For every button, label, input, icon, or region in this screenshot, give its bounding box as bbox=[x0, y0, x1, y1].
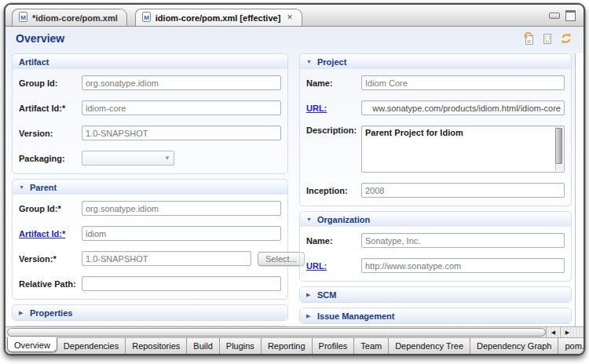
version-label: Version: bbox=[19, 129, 82, 138]
tab-team[interactable]: Team bbox=[354, 338, 389, 354]
collapse-down-icon: ▼ bbox=[19, 184, 26, 190]
maven-pom-icon: M bbox=[141, 12, 152, 24]
section-title: Properties bbox=[30, 308, 72, 318]
editor-tab-label: idiom-core/pom.xml [effective] bbox=[155, 13, 281, 23]
organization-url-link[interactable]: URL: bbox=[306, 261, 361, 271]
project-url-field[interactable]: ww.sonatype.com/products/idiom.html/idio… bbox=[361, 100, 565, 115]
collapse-down-icon: ▼ bbox=[306, 217, 313, 222]
parent-group-id-field[interactable]: org.sonatype.idiom bbox=[82, 201, 281, 216]
collapse-down-icon: ▼ bbox=[306, 59, 313, 64]
collapse-right-icon: ▶ bbox=[306, 292, 313, 297]
group-id-field[interactable]: org.sonatype.idiom bbox=[82, 75, 281, 90]
svg-text:( ): ( ) bbox=[544, 34, 551, 41]
project-inception-field[interactable]: 2008 bbox=[361, 183, 565, 198]
refresh-icon[interactable] bbox=[560, 32, 573, 45]
form-header: Overview ( ) bbox=[5, 27, 584, 50]
horizontal-scrollbar[interactable]: ◀ ▶ bbox=[5, 326, 584, 337]
scrollbar-thumb[interactable] bbox=[7, 328, 546, 337]
project-description-label: Description: bbox=[306, 126, 361, 135]
relative-path-label: Relative Path: bbox=[19, 279, 82, 289]
parent-version-field[interactable]: 1.0-SNAPSHOT bbox=[82, 251, 251, 266]
organization-section-header[interactable]: ▼ Organization bbox=[300, 212, 571, 227]
left-column: Artifact Group Id: org.sonatype.idiom Ar… bbox=[12, 53, 288, 326]
relative-path-field[interactable] bbox=[82, 276, 281, 291]
maven-pom-icon: M bbox=[18, 12, 28, 24]
section-project: ▼ Project Name: Idiom Core URL: ww.sonat… bbox=[299, 53, 572, 206]
form-content: Artifact Group Id: org.sonatype.idiom Ar… bbox=[5, 50, 584, 326]
maximize-icon[interactable] bbox=[565, 10, 576, 21]
scrollbar-thumb[interactable] bbox=[555, 128, 562, 164]
close-icon[interactable]: ✕ bbox=[287, 14, 293, 21]
section-issue-management: ▶ Issue Management bbox=[299, 308, 572, 324]
editor-tab-label: *idiom-core/pom.xml bbox=[32, 13, 118, 23]
collapse-right-icon: ▶ bbox=[306, 313, 313, 318]
project-name-label: Name: bbox=[306, 78, 361, 88]
tab-plugins[interactable]: Plugins bbox=[220, 338, 262, 354]
textarea-scrollbar[interactable] bbox=[555, 127, 563, 171]
right-column: ▼ Project Name: Idiom Core URL: ww.sonat… bbox=[299, 53, 572, 326]
project-inception-label: Inception: bbox=[306, 186, 361, 195]
parent-artifact-id-link[interactable]: Artifact Id:* bbox=[19, 229, 82, 238]
section-title: Issue Management bbox=[317, 311, 394, 321]
page-title: Overview bbox=[16, 32, 64, 45]
properties-section-header[interactable]: ▶ Properties bbox=[13, 305, 287, 320]
tab-reporting[interactable]: Reporting bbox=[262, 338, 313, 354]
open-xml-editor-icon[interactable]: ( ) bbox=[541, 32, 554, 45]
svg-text:M: M bbox=[144, 14, 149, 21]
packaging-dropdown[interactable]: ▼ bbox=[82, 151, 174, 166]
parent-version-label: Version:* bbox=[19, 254, 82, 264]
select-button[interactable]: Select... bbox=[258, 252, 305, 266]
project-description-field[interactable]: Parent Project for Idiom bbox=[361, 126, 565, 173]
header-toolbar: ( ) bbox=[522, 32, 573, 45]
tab-build[interactable]: Build bbox=[187, 338, 219, 354]
chevron-down-icon: ▼ bbox=[164, 155, 170, 162]
show-effective-pom-icon[interactable] bbox=[522, 32, 535, 45]
minimize-icon[interactable] bbox=[549, 13, 560, 19]
tab-profiles[interactable]: Profiles bbox=[313, 338, 355, 354]
tab-pom-xml[interactable]: pom.xml bbox=[558, 338, 584, 354]
group-id-label: Group Id: bbox=[19, 78, 82, 88]
pom-editor-window: M *idiom-core/pom.xml M idiom-core/pom.x… bbox=[4, 3, 585, 355]
overview-form: Overview ( ) Artifact Group Id: o bbox=[5, 27, 584, 354]
parent-artifact-id-field[interactable]: idiom bbox=[82, 226, 281, 241]
tab-repositories[interactable]: Repositories bbox=[126, 338, 187, 354]
svg-text:M: M bbox=[20, 14, 26, 21]
editor-tab-bar: M *idiom-core/pom.xml M idiom-core/pom.x… bbox=[5, 5, 584, 27]
scroll-left-icon[interactable]: ◀ bbox=[546, 327, 560, 337]
parent-group-id-label: Group Id:* bbox=[19, 204, 82, 213]
artifact-section-header: Artifact bbox=[13, 54, 287, 69]
project-section-header[interactable]: ▼ Project bbox=[300, 54, 571, 69]
section-title: Artifact bbox=[19, 57, 49, 67]
editor-page-tabs: Overview Dependencies Repositories Build… bbox=[5, 337, 584, 354]
parent-section-header[interactable]: ▼ Parent bbox=[13, 180, 287, 195]
section-title: Parent bbox=[30, 183, 57, 192]
scm-section-header[interactable]: ▶ SCM bbox=[300, 287, 571, 302]
editor-tab-effective-pom[interactable]: M idiom-core/pom.xml [effective] ✕ bbox=[135, 9, 302, 26]
organization-url-field[interactable]: http://www.sonatype.com bbox=[361, 258, 565, 273]
tab-dependency-graph[interactable]: Dependency Graph bbox=[470, 338, 558, 354]
scrollbar-arrows: ◀ ▶ bbox=[546, 327, 574, 337]
organization-name-field[interactable]: Sonatype, Inc. bbox=[361, 233, 565, 248]
vertical-scrollbar[interactable] bbox=[575, 53, 584, 326]
section-organization: ▼ Organization Name: Sonatype, Inc. URL:… bbox=[299, 211, 572, 282]
collapse-right-icon: ▶ bbox=[19, 310, 26, 315]
tab-dependencies[interactable]: Dependencies bbox=[57, 338, 126, 354]
section-title: Project bbox=[317, 57, 346, 67]
project-url-link[interactable]: URL: bbox=[306, 104, 361, 113]
editor-tab-pom[interactable]: M *idiom-core/pom.xml bbox=[12, 9, 127, 26]
section-title: SCM bbox=[317, 290, 336, 300]
version-field[interactable]: 1.0-SNAPSHOT bbox=[82, 126, 281, 140]
artifact-id-label: Artifact Id:* bbox=[19, 104, 82, 113]
section-scm: ▶ SCM bbox=[299, 286, 572, 303]
issue-management-section-header[interactable]: ▶ Issue Management bbox=[300, 308, 571, 323]
section-title: Organization bbox=[317, 215, 370, 224]
project-name-field[interactable]: Idiom Core bbox=[361, 75, 565, 90]
artifact-id-field[interactable]: idiom-core bbox=[82, 100, 281, 115]
scroll-right-icon[interactable]: ▶ bbox=[560, 327, 574, 337]
tab-overview[interactable]: Overview bbox=[7, 337, 57, 352]
packaging-label: Packaging: bbox=[19, 154, 82, 163]
section-artifact: Artifact Group Id: org.sonatype.idiom Ar… bbox=[12, 53, 288, 174]
organization-name-label: Name: bbox=[306, 236, 361, 246]
tab-dependency-tree[interactable]: Dependency Tree bbox=[389, 338, 470, 354]
section-parent: ▼ Parent Group Id:* org.sonatype.idiom A… bbox=[12, 179, 288, 300]
